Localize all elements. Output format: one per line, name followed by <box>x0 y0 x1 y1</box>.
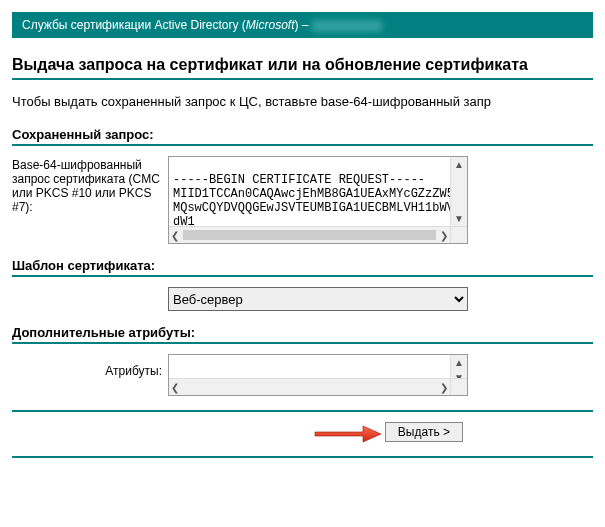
scroll-corner <box>450 226 467 243</box>
header-vendor: Microsoft <box>246 18 295 32</box>
divider <box>12 456 593 458</box>
scroll-right-icon[interactable]: ❯ <box>438 380 450 395</box>
divider <box>12 410 593 412</box>
saved-request-label: Сохраненный запрос: <box>12 127 593 142</box>
scroll-right-icon[interactable]: ❯ <box>438 228 450 243</box>
template-section-label: Шаблон сертификата: <box>12 258 593 273</box>
scroll-up-icon[interactable]: ▲ <box>452 157 466 172</box>
divider <box>12 78 593 80</box>
intro-text: Чтобы выдать сохраненный запрос к ЦС, вс… <box>12 94 593 109</box>
cert-request-field-label: Base-64-шифрованный запрос сертификата (… <box>12 156 162 214</box>
cert-line: MQswCQYDVQQGEwJSVTEUMBIGA1UECBMLVH11bWVu <box>173 201 461 215</box>
scroll-thumb[interactable] <box>183 230 436 240</box>
submit-button[interactable]: Выдать > <box>385 422 463 442</box>
arrow-icon <box>313 424 383 444</box>
scroll-left-icon[interactable]: ❮ <box>169 228 181 243</box>
scrollbar-horizontal[interactable]: ❮ ❯ <box>169 378 450 395</box>
cert-line: -----BEGIN CERTIFICATE REQUEST----- <box>173 173 425 187</box>
attributes-textarea[interactable]: ▲ ▼ ❮ ❯ <box>168 354 468 396</box>
header-bar: Службы сертификации Active Directory (Mi… <box>12 12 593 38</box>
header-prefix: Службы сертификации Active Directory ( <box>22 18 246 32</box>
scroll-down-icon[interactable]: ▼ <box>452 211 466 226</box>
scroll-left-icon[interactable]: ❮ <box>169 380 181 395</box>
divider <box>12 342 593 344</box>
cert-line: MIID1TCCAn0CAQAwcjEhMB8GA1UEAxMYcGZzZW5z <box>173 187 461 201</box>
divider <box>12 144 593 146</box>
scroll-up-icon[interactable]: ▲ <box>452 355 466 370</box>
scrollbar-vertical[interactable]: ▲ ▼ <box>450 157 467 226</box>
scrollbar-horizontal[interactable]: ❮ ❯ <box>169 226 450 243</box>
certificate-template-select[interactable]: Веб-сервер <box>168 287 468 311</box>
scrollbar-vertical[interactable]: ▲ ▼ <box>450 355 467 378</box>
divider <box>12 275 593 277</box>
cert-request-textarea[interactable]: -----BEGIN CERTIFICATE REQUEST----- MIID… <box>168 156 468 244</box>
header-server-name <box>312 20 382 32</box>
attributes-section-label: Дополнительные атрибуты: <box>12 325 593 340</box>
page-title: Выдача запроса на сертификат или на обно… <box>12 56 593 74</box>
scroll-track[interactable] <box>183 382 436 392</box>
attributes-field-label: Атрибуты: <box>12 354 162 378</box>
template-spacer <box>12 287 162 289</box>
scroll-corner <box>450 378 467 395</box>
header-suffix: ) – <box>295 18 312 32</box>
